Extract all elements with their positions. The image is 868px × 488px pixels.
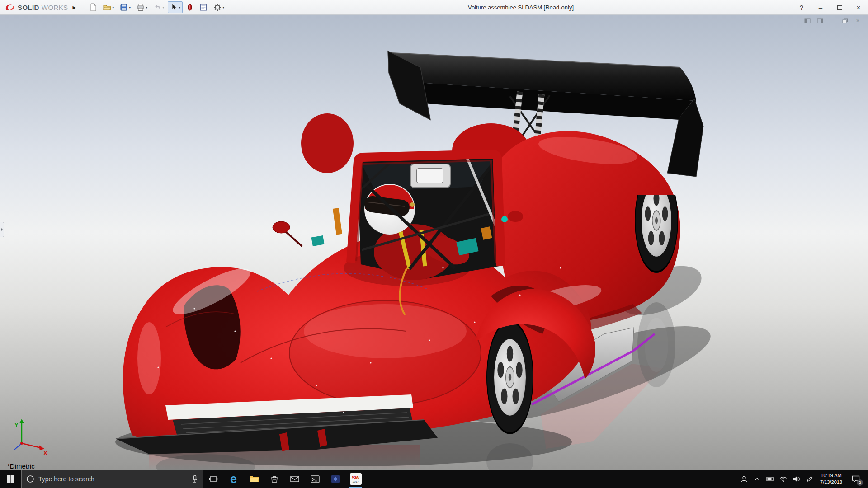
maximize-button[interactable]	[830, 0, 849, 15]
open-folder-icon	[103, 3, 111, 11]
file-explorer-button[interactable]	[244, 470, 264, 488]
open-button[interactable]: ▾	[101, 1, 116, 13]
taskbar-clock[interactable]: 10:19 AM 7/13/2018	[816, 472, 846, 486]
new-document-button[interactable]	[87, 1, 99, 13]
taskbar-apps: e	[203, 470, 366, 488]
volume-button[interactable]	[790, 470, 803, 488]
undo-icon	[153, 3, 161, 11]
microphone-icon[interactable]	[192, 475, 198, 483]
y-axis-label: Y	[14, 422, 19, 428]
main-toolbar: ▾ ▾ ▾ ▾	[87, 1, 226, 13]
gear-icon	[213, 3, 222, 11]
expand-panel-icon	[1, 228, 3, 231]
search-input[interactable]	[38, 475, 188, 483]
3d-scene[interactable]: Y X	[0, 15, 868, 470]
x-axis-label: X	[43, 450, 47, 456]
ds-logo-icon	[5, 2, 15, 12]
close-button[interactable]: ×	[849, 0, 868, 15]
undo-button[interactable]: ▾	[151, 1, 166, 13]
battery-button[interactable]	[764, 470, 777, 488]
minimize-button[interactable]: –	[811, 0, 830, 15]
action-center-button[interactable]: 2	[846, 470, 865, 488]
view-orientation-label: *Dimetric	[7, 462, 35, 470]
document-title: Voiture assemblee.SLDASM [Read-only]	[468, 4, 574, 11]
wifi-icon	[779, 476, 787, 482]
clock-time: 10:19 AM	[820, 472, 842, 479]
task-view-icon	[209, 475, 218, 483]
document-close-icon[interactable]: ×	[854, 17, 862, 24]
edge-icon: e	[230, 473, 237, 485]
solidworks-2017-icon: SW2017	[350, 473, 362, 485]
file-explorer-icon	[249, 475, 259, 483]
options-button[interactable]: ▾	[211, 1, 226, 13]
save-button[interactable]: ▾	[118, 1, 133, 13]
pen-button[interactable]	[803, 470, 816, 488]
undo-caret-icon: ▾	[162, 5, 164, 9]
document-restore-icon[interactable]	[841, 17, 849, 24]
taskbar-search[interactable]	[21, 470, 203, 488]
left-mirror	[273, 221, 290, 233]
print-caret-icon: ▾	[146, 5, 147, 9]
save-caret-icon: ▾	[129, 5, 131, 9]
pen-icon	[807, 476, 813, 482]
mail-icon	[290, 475, 299, 483]
graphics-viewport[interactable]: – ×	[0, 15, 868, 470]
console-button[interactable]	[305, 470, 325, 488]
window-controls: ? – ×	[792, 0, 868, 15]
system-tray: 10:19 AM 7/13/2018 2	[737, 470, 868, 488]
pane-left-icon[interactable]	[803, 17, 811, 24]
cortana-icon	[26, 475, 34, 483]
document-window-controls: – ×	[803, 17, 862, 24]
console-window-icon	[311, 475, 320, 483]
mail-button[interactable]	[284, 470, 305, 488]
tray-expand-button[interactable]	[750, 470, 764, 488]
titlebar: SOLIDWORKS ▶ ▾ ▾	[0, 0, 868, 15]
teal-dot	[501, 216, 508, 222]
appearance-button[interactable]	[184, 1, 196, 13]
select-tool-button[interactable]: ▾	[168, 1, 183, 13]
open-caret-icon: ▾	[112, 5, 114, 9]
document-minimize-icon[interactable]: –	[829, 17, 836, 24]
people-icon	[741, 475, 748, 483]
appearance-icon	[186, 3, 193, 11]
people-button[interactable]	[737, 470, 750, 488]
feature-manager-collapsed-tab[interactable]	[0, 222, 4, 237]
windows-taskbar: e	[0, 470, 868, 488]
store-button[interactable]	[264, 470, 284, 488]
print-button[interactable]: ▾	[134, 1, 150, 13]
menu-expand-icon[interactable]: ▶	[73, 5, 76, 10]
right-mirror	[508, 211, 523, 222]
brand-works-text: WORKS	[42, 4, 68, 11]
speaker-icon	[793, 476, 800, 482]
maximize-icon	[837, 5, 842, 10]
design-binder-icon	[199, 3, 208, 11]
battery-icon	[766, 476, 774, 482]
save-icon	[120, 3, 128, 11]
network-button[interactable]	[777, 470, 790, 488]
select-caret-icon: ▾	[179, 5, 180, 9]
options-caret-icon: ▾	[222, 5, 224, 9]
design-binder-button[interactable]	[197, 1, 210, 13]
solidworks-taskbar-button[interactable]: SW2017	[345, 470, 366, 488]
print-icon	[137, 3, 145, 11]
front-right-wheel[interactable]	[486, 320, 533, 434]
new-document-icon	[89, 3, 97, 11]
visor-pivot	[410, 202, 415, 207]
app-blue-icon	[331, 474, 340, 483]
left-rear-fairing	[301, 113, 354, 173]
task-view-button[interactable]	[203, 470, 223, 488]
notification-badge: 2	[857, 479, 863, 486]
store-bag-icon	[270, 475, 278, 483]
roof-intake	[410, 164, 450, 188]
pane-right-icon[interactable]	[816, 17, 824, 24]
brand-solid-text: SOLID	[18, 4, 39, 11]
chevron-up-icon	[754, 477, 760, 481]
help-button[interactable]: ?	[792, 0, 811, 15]
blue-app-button[interactable]	[325, 470, 345, 488]
select-cursor-icon	[170, 3, 178, 11]
clock-date: 7/13/2018	[820, 479, 842, 486]
edge-button[interactable]: e	[223, 470, 244, 488]
start-button[interactable]	[0, 470, 21, 488]
solidworks-logo: SOLIDWORKS	[0, 2, 72, 12]
windows-logo-icon	[7, 475, 14, 483]
